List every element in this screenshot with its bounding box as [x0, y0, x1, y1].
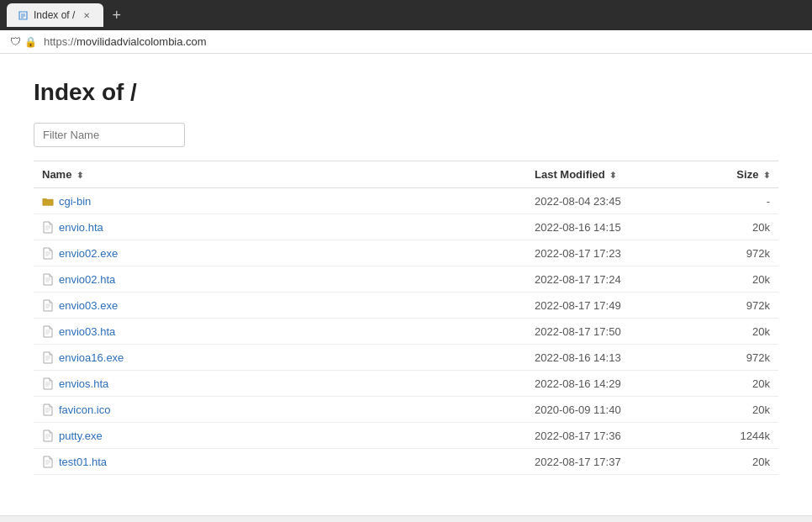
file-modified: 2022-08-16 14:15	[526, 214, 694, 240]
col-header-size[interactable]: Size ⬍	[694, 161, 778, 188]
file-size: 972k	[694, 293, 778, 319]
file-size: 20k	[694, 319, 778, 345]
active-tab[interactable]: Index of / ✕	[7, 3, 103, 27]
shield-icon: 🛡	[10, 35, 21, 48]
file-modified: 2022-08-17 17:50	[526, 319, 694, 345]
tab-bar: Index of / ✕ +	[7, 3, 126, 27]
tab-title: Index of /	[34, 9, 75, 21]
file-icon	[42, 377, 54, 390]
file-icon	[42, 298, 54, 312]
file-name: envioa16.exe	[59, 351, 124, 364]
table-row: envio03.hta2022-08-17 17:5020k	[34, 319, 778, 345]
file-icon	[42, 403, 54, 416]
file-link[interactable]: envio03.hta	[42, 324, 518, 338]
file-icon	[42, 429, 54, 442]
table-row: putty.exe2022-08-17 17:361244k	[34, 423, 778, 449]
browser-chrome: Index of / ✕ +	[0, 0, 812, 30]
file-name: putty.exe	[59, 430, 103, 442]
file-size: 20k	[694, 214, 778, 240]
table-row: envio02.exe2022-08-17 17:23972k	[34, 240, 778, 266]
file-modified: 2022-08-17 17:24	[526, 266, 694, 293]
table-row: envio02.hta2022-08-17 17:2420k	[34, 266, 778, 293]
file-icon	[42, 324, 54, 338]
file-size: -	[694, 188, 778, 214]
file-name: envio02.exe	[59, 247, 118, 260]
table-header-row: Name ⬍ Last Modified ⬍ Size ⬍	[34, 161, 778, 188]
table-row: envio03.exe2022-08-17 17:49972k	[34, 293, 778, 319]
url-domain: movilidadvialcolombia.com	[76, 35, 207, 48]
file-icon	[42, 351, 54, 364]
file-modified: 2022-08-17 17:36	[526, 423, 694, 449]
file-size: 1244k	[694, 423, 778, 449]
file-modified: 2022-08-17 17:37	[526, 449, 694, 475]
url-protocol: https://	[44, 35, 76, 48]
table-row: envios.hta2022-08-16 14:2920k	[34, 371, 778, 397]
new-tab-button[interactable]: +	[107, 7, 126, 24]
lock-icon: 🔒	[24, 36, 37, 48]
file-name: cgi-bin	[59, 195, 91, 208]
page-content: Index of / Name ⬍ Last Modified ⬍ Size ⬍	[0, 54, 812, 515]
table-row: envioa16.exe2022-08-16 14:13972k	[34, 345, 778, 371]
file-modified: 2022-08-17 17:23	[526, 240, 694, 266]
file-size: 972k	[694, 345, 778, 371]
file-size: 20k	[694, 449, 778, 475]
file-size: 20k	[694, 266, 778, 293]
tab-close-button[interactable]: ✕	[80, 8, 93, 22]
folder-icon	[42, 194, 54, 208]
file-link[interactable]: envio03.exe	[42, 298, 518, 312]
filter-input[interactable]	[34, 123, 185, 147]
file-name: favicon.ico	[59, 403, 110, 416]
file-size: 972k	[694, 240, 778, 266]
file-link[interactable]: cgi-bin	[42, 194, 518, 208]
page-title: Index of /	[34, 79, 778, 106]
page-footer: Proudly Served by LiteSpeed Web Server a…	[0, 515, 812, 522]
address-security-icons: 🛡 🔒	[10, 35, 37, 48]
file-modified: 2022-08-16 14:29	[526, 371, 694, 397]
file-link[interactable]: test01.hta	[42, 455, 518, 468]
file-name: test01.hta	[59, 456, 107, 468]
table-row: favicon.ico2020-06-09 11:4020k	[34, 397, 778, 423]
table-row: envio.hta2022-08-16 14:1520k	[34, 214, 778, 240]
file-icon	[42, 220, 54, 234]
file-table: Name ⬍ Last Modified ⬍ Size ⬍ cgi-bin202…	[34, 161, 778, 475]
file-link[interactable]: envio.hta	[42, 220, 518, 234]
file-name: envio.hta	[59, 221, 103, 234]
file-link[interactable]: envio02.exe	[42, 246, 518, 260]
file-link[interactable]: envio02.hta	[42, 272, 518, 286]
file-size: 20k	[694, 371, 778, 397]
tab-favicon-icon	[17, 9, 29, 21]
sort-size-icon: ⬍	[763, 171, 770, 180]
table-row: test01.hta2022-08-17 17:3720k	[34, 449, 778, 475]
file-link[interactable]: envios.hta	[42, 377, 518, 390]
sort-name-icon: ⬍	[76, 171, 83, 180]
file-name: envio03.hta	[59, 325, 115, 338]
col-header-modified[interactable]: Last Modified ⬍	[526, 161, 694, 188]
col-header-name[interactable]: Name ⬍	[34, 161, 526, 188]
file-size: 20k	[694, 397, 778, 423]
address-bar: 🛡 🔒 https://movilidadvialcolombia.com	[0, 30, 812, 54]
file-name: envios.hta	[59, 377, 108, 390]
file-name: envio02.hta	[59, 273, 115, 286]
file-name: envio03.exe	[59, 299, 118, 312]
file-modified: 2022-08-17 17:49	[526, 293, 694, 319]
file-icon	[42, 246, 54, 260]
file-icon	[42, 455, 54, 468]
file-modified: 2020-06-09 11:40	[526, 397, 694, 423]
file-link[interactable]: favicon.ico	[42, 403, 518, 416]
sort-modified-icon: ⬍	[609, 171, 616, 180]
file-icon	[42, 272, 54, 286]
file-modified: 2022-08-04 23:45	[526, 188, 694, 214]
address-url[interactable]: https://movilidadvialcolombia.com	[44, 35, 802, 48]
file-link[interactable]: putty.exe	[42, 429, 518, 442]
file-modified: 2022-08-16 14:13	[526, 345, 694, 371]
table-row: cgi-bin2022-08-04 23:45-	[34, 188, 778, 214]
file-link[interactable]: envioa16.exe	[42, 351, 518, 364]
